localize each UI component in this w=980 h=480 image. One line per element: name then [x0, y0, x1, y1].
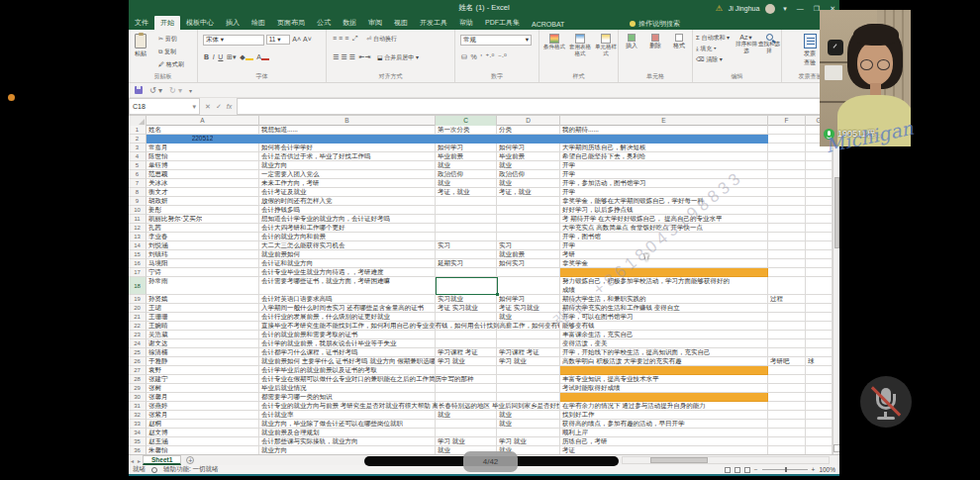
- cell[interactable]: 刘悦涵: [147, 241, 259, 250]
- shrink-font-button[interactable]: A˅: [303, 36, 312, 43]
- row-number-23[interactable]: 23: [129, 331, 147, 339]
- cell[interactable]: 会计都学习什么课程，证书好考吗: [259, 348, 436, 357]
- cell[interactable]: 就业: [497, 420, 560, 429]
- mute-button[interactable]: [860, 376, 912, 428]
- cell[interactable]: [497, 331, 560, 339]
- cell[interactable]: 都需要学习哪一类的知识: [259, 393, 436, 402]
- cell[interactable]: [806, 313, 833, 322]
- tab-审阅[interactable]: 审阅: [362, 16, 388, 30]
- cell[interactable]: [768, 348, 806, 357]
- cell[interactable]: [768, 144, 806, 152]
- cell[interactable]: [560, 366, 768, 375]
- title-bar[interactable]: 姓名 (1) - Excel ⚠ Ji Jinghua ▾ — ❐ ✕: [129, 0, 839, 17]
- tab-数据[interactable]: 数据: [337, 16, 362, 30]
- row-number-18[interactable]: 18: [129, 277, 147, 295]
- row-number-7[interactable]: 7: [129, 179, 147, 188]
- warning-icon[interactable]: ⚠: [716, 4, 723, 13]
- cell[interactable]: 王珺: [147, 304, 259, 313]
- cell[interactable]: [806, 339, 833, 348]
- grow-font-button[interactable]: A˄: [292, 36, 301, 43]
- tab-公式[interactable]: 公式: [311, 16, 337, 30]
- cell[interactable]: 大学充实点 高数简单点 食堂饭好吃点 开学快一点: [560, 224, 768, 233]
- cell[interactable]: 就业: [436, 179, 497, 188]
- cell[interactable]: 学习 就业: [436, 437, 497, 446]
- cell[interactable]: 学习 就业: [497, 357, 560, 366]
- add-sheet-button[interactable]: +: [186, 456, 194, 464]
- cell[interactable]: [497, 393, 560, 402]
- save-icon[interactable]: [135, 86, 143, 94]
- cell[interactable]: [768, 188, 806, 197]
- cell[interactable]: [768, 393, 806, 402]
- cell[interactable]: [436, 420, 497, 429]
- enter-entry-button[interactable]: ✓: [216, 103, 222, 111]
- cell[interactable]: 关冰冰: [147, 179, 259, 188]
- cell[interactable]: 实习就业: [436, 295, 497, 304]
- webcam-video[interactable]: 190511程...: [820, 10, 911, 146]
- scroll-down-button[interactable]: [833, 444, 839, 452]
- cell[interactable]: [806, 331, 833, 339]
- cell[interactable]: 会计专业毕业生就业方向待遇，，考研难度: [259, 268, 436, 277]
- tab-ACROBAT[interactable]: ACROBAT: [526, 19, 570, 30]
- cell[interactable]: [768, 250, 806, 259]
- cell[interactable]: [768, 135, 806, 144]
- row-number-30[interactable]: 30: [129, 393, 147, 402]
- cell[interactable]: [768, 339, 806, 348]
- cell[interactable]: [806, 366, 833, 375]
- cell[interactable]: 就业前景及合理规划: [259, 429, 436, 437]
- tab-绘图[interactable]: 绘图: [245, 16, 271, 30]
- cell[interactable]: [436, 339, 497, 348]
- account-name[interactable]: Ji Jinghua: [729, 5, 760, 12]
- cell[interactable]: 会计那些课与实际接轨，就业方向: [259, 437, 436, 446]
- cell[interactable]: [806, 250, 833, 259]
- cell[interactable]: 常嘉月: [147, 144, 259, 152]
- bold-button[interactable]: B: [204, 53, 209, 60]
- cell[interactable]: [436, 224, 497, 233]
- cancel-entry-button[interactable]: ✕: [205, 103, 211, 111]
- cell[interactable]: 找到好工作: [560, 411, 768, 420]
- cell[interactable]: 王婉晴: [147, 322, 259, 331]
- cell[interactable]: 第一次分类: [436, 126, 497, 135]
- cell[interactable]: 刘镇玮: [147, 250, 259, 259]
- cell[interactable]: 好好学习，以后多挣点钱: [560, 206, 768, 215]
- borders-button[interactable]: ⊞▾: [227, 53, 236, 61]
- cell[interactable]: [806, 375, 833, 384]
- formula-input[interactable]: [237, 98, 839, 115]
- cell[interactable]: 开学，开始线下的学校生活，提高知识面，充实自己: [560, 348, 768, 357]
- cell[interactable]: [806, 152, 833, 161]
- cell[interactable]: [806, 277, 833, 295]
- format-painter-button[interactable]: 🖉 格式刷: [158, 60, 184, 69]
- cell[interactable]: 就业方向: [259, 161, 436, 170]
- tab-视图[interactable]: 视图: [388, 16, 414, 30]
- cell[interactable]: 会计的就业前景和需要考取的证书: [259, 331, 436, 339]
- cell[interactable]: 毕业后就业情况: [259, 384, 436, 393]
- zoom-out-button[interactable]: −: [754, 466, 758, 473]
- cell[interactable]: [768, 384, 806, 393]
- font-size-select[interactable]: 11 ▾: [266, 35, 290, 45]
- cell[interactable]: [436, 268, 497, 277]
- cell[interactable]: [436, 233, 497, 241]
- tab-PDF工具集[interactable]: PDF工具集: [479, 16, 526, 30]
- sort-filter-button[interactable]: AZ▼排序和筛选: [735, 34, 758, 54]
- align-bottom-icon[interactable]: ≡: [344, 35, 348, 42]
- row-number-20[interactable]: 20: [129, 304, 147, 313]
- cut-button[interactable]: ✂ 剪切: [158, 35, 177, 44]
- cell[interactable]: [768, 277, 806, 295]
- cell[interactable]: 入学期间一般什么时间去实习 还有哪些是含金量高的证书: [259, 304, 436, 313]
- cell[interactable]: 政治信仰: [497, 170, 560, 179]
- cell[interactable]: 会计学毕业后的就业前景以及证书的考取: [259, 366, 436, 375]
- redo-icon[interactable]: ↻ ▾: [169, 86, 182, 95]
- cell[interactable]: [768, 259, 806, 268]
- indent-icons[interactable]: ⇤⇥: [359, 53, 371, 61]
- column-header-E[interactable]: E: [560, 116, 768, 126]
- cell[interactable]: 在学有余力的情况下 通过参与活动提升自身的能力: [560, 402, 768, 411]
- cell[interactable]: [768, 233, 806, 241]
- cell[interactable]: [768, 375, 806, 384]
- cell[interactable]: 开学: [560, 241, 768, 250]
- cell[interactable]: [768, 179, 806, 188]
- row-number-11[interactable]: 11: [129, 215, 147, 224]
- cell[interactable]: [436, 277, 497, 295]
- cell[interactable]: 考证，就业: [497, 188, 560, 197]
- cell[interactable]: [806, 233, 833, 241]
- cell[interactable]: [768, 331, 806, 339]
- cell[interactable]: 如何将会计学学好: [259, 144, 436, 152]
